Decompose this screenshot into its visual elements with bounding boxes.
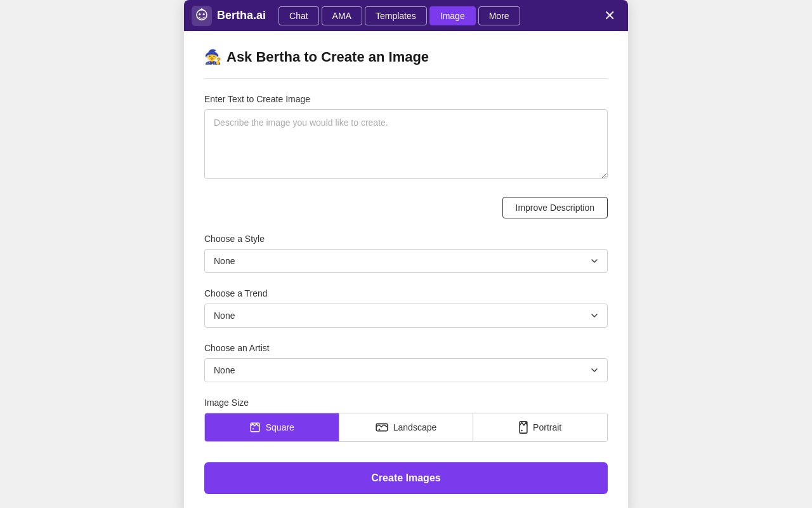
brand-logo: Bertha.ai — [192, 6, 266, 26]
page-title-emoji: 🧙 — [204, 49, 221, 65]
image-description-input[interactable] — [204, 109, 608, 179]
size-square-button[interactable]: Square — [205, 413, 339, 441]
image-size-buttons: Square Landscape — [204, 413, 608, 442]
size-portrait-label: Portrait — [533, 422, 561, 432]
svg-point-6 — [252, 428, 254, 429]
size-square-label: Square — [266, 422, 294, 432]
portrait-icon — [519, 421, 528, 434]
title-divider — [204, 78, 608, 79]
size-landscape-button[interactable]: Landscape — [339, 413, 474, 441]
image-size-label: Image Size — [204, 398, 608, 408]
trend-select[interactable]: None Trending Vintage Modern — [204, 304, 608, 328]
tab-chat[interactable]: Chat — [278, 6, 319, 25]
create-images-button[interactable]: Create Images — [204, 462, 608, 494]
svg-point-8 — [379, 429, 380, 430]
navbar: Bertha.ai Chat AMA Templates Image More … — [184, 0, 628, 31]
style-group: Choose a Style None Realistic Cartoon Ab… — [204, 234, 608, 273]
close-button[interactable]: ✕ — [599, 6, 620, 25]
landscape-icon — [376, 422, 388, 432]
trend-label: Choose a Trend — [204, 288, 608, 298]
tab-templates[interactable]: Templates — [365, 6, 427, 25]
tab-image[interactable]: Image — [429, 6, 476, 25]
tab-more[interactable]: More — [478, 6, 520, 25]
page-title: 🧙 Ask Bertha to Create an Image — [204, 49, 608, 65]
bertha-logo-icon — [192, 6, 212, 26]
artist-group: Choose an Artist None Picasso Monet Van … — [204, 343, 608, 382]
svg-point-10 — [521, 430, 523, 432]
image-size-group: Image Size Square — [204, 398, 608, 442]
improve-btn-row: Improve Description — [204, 197, 608, 218]
tab-ama[interactable]: AMA — [322, 6, 362, 25]
brand-name: Bertha.ai — [217, 9, 266, 22]
text-input-label: Enter Text to Create Image — [204, 94, 608, 104]
svg-point-3 — [203, 13, 205, 15]
text-input-group: Enter Text to Create Image — [204, 94, 608, 182]
app-container: Bertha.ai Chat AMA Templates Image More … — [184, 0, 628, 508]
artist-select[interactable]: None Picasso Monet Van Gogh — [204, 358, 608, 382]
svg-point-2 — [199, 13, 200, 15]
square-icon — [249, 422, 261, 433]
page-title-text: Ask Bertha to Create an Image — [226, 49, 429, 65]
style-label: Choose a Style — [204, 234, 608, 244]
improve-description-button[interactable]: Improve Description — [502, 197, 608, 218]
style-select[interactable]: None Realistic Cartoon Abstract — [204, 249, 608, 273]
size-landscape-label: Landscape — [393, 422, 437, 432]
trend-group: Choose a Trend None Trending Vintage Mod… — [204, 288, 608, 328]
size-portrait-button[interactable]: Portrait — [473, 413, 607, 441]
artist-label: Choose an Artist — [204, 343, 608, 353]
main-content: 🧙 Ask Bertha to Create an Image Enter Te… — [184, 31, 628, 508]
